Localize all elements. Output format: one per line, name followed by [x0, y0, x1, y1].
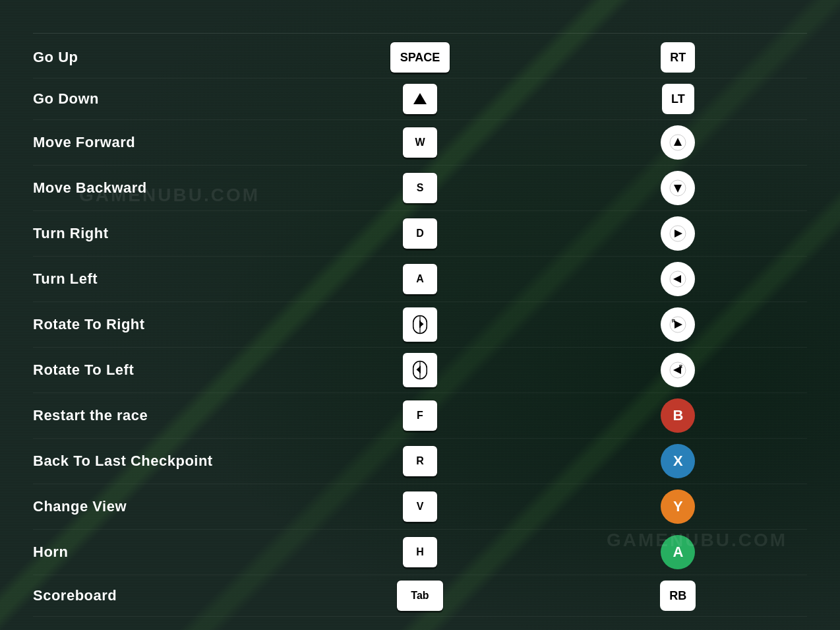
keyboard-cell [291, 353, 549, 387]
gamepad-btn [661, 262, 695, 296]
binding-row: Back To Last Checkpoint R X [33, 439, 807, 484]
action-label: Rotate To Right [33, 316, 291, 333]
gamepad-cell: RT [549, 42, 807, 73]
binding-row: Go Up SPACE RT [33, 37, 807, 79]
keyboard-cell: SPACE [291, 42, 549, 73]
action-label: Go Down [33, 90, 291, 108]
keyboard-key: A [403, 264, 437, 294]
mouse-icon [403, 307, 437, 342]
keyboard-cell: W [291, 127, 549, 158]
binding-row: Move Backward S [33, 166, 807, 211]
action-label: Rotate To Left [33, 362, 291, 379]
binding-row: Turn Right D [33, 211, 807, 257]
gamepad-btn: Y [661, 489, 695, 524]
gamepad-cell: R [549, 307, 807, 342]
gamepad-btn [661, 171, 695, 205]
svg-marker-19 [416, 366, 420, 372]
keyboard-cell: S [291, 173, 549, 203]
action-label: Go Up [33, 49, 291, 66]
binding-row: Horn H A [33, 530, 807, 575]
main-container: Go Up SPACE RT Go Down LT Move Forward W… [0, 0, 840, 630]
gamepad-cell [549, 216, 807, 251]
keyboard-key: D [403, 218, 437, 249]
gamepad-cell: R [549, 353, 807, 387]
keyboard-cell: V [291, 491, 549, 522]
gamepad-btn: RB [660, 581, 696, 611]
gamepad-btn: LT [662, 84, 694, 114]
gamepad-btn: B [661, 398, 695, 433]
keyboard-cell: H [291, 537, 549, 567]
action-label: Turn Left [33, 270, 291, 288]
action-label: Restart the race [33, 407, 291, 424]
gamepad-cell: X [549, 444, 807, 478]
gamepad-btn: R [661, 353, 695, 387]
keyboard-cell: R [291, 446, 549, 476]
gamepad-cell [549, 171, 807, 205]
svg-marker-12 [420, 321, 424, 327]
keyboard-cell: Tab [291, 581, 549, 611]
gamepad-btn: A [661, 535, 695, 569]
binding-row: Change View V Y [33, 484, 807, 530]
keyboard-cell [291, 307, 549, 342]
keyboard-cell: A [291, 264, 549, 294]
binding-row: Move Forward W [33, 120, 807, 166]
gamepad-btn: X [661, 444, 695, 478]
mouse-icon [403, 353, 437, 387]
action-label: Move Backward [33, 179, 291, 197]
keyboard-key: SPACE [390, 42, 450, 73]
action-label: Horn [33, 544, 291, 561]
gamepad-cell: A [549, 535, 807, 569]
keyboard-key: V [403, 491, 437, 522]
gamepad-cell: Y [549, 489, 807, 524]
gamepad-cell: RB [549, 581, 807, 611]
gamepad-cell [549, 125, 807, 160]
svg-marker-0 [413, 93, 427, 104]
binding-row: Rotate To Right R [33, 302, 807, 348]
gamepad-btn: RT [661, 42, 695, 73]
binding-row: Go Down LT [33, 79, 807, 120]
gamepad-cell: LT [549, 84, 807, 114]
column-headers [33, 20, 807, 34]
keyboard-cell: F [291, 400, 549, 431]
action-label: Move Forward [33, 134, 291, 151]
gamepad-cell [549, 262, 807, 296]
keyboard-key: F [403, 400, 437, 431]
binding-row: Scoreboard Tab RB [33, 575, 807, 617]
keyboard-key: H [403, 537, 437, 567]
binding-row: Turn Left A [33, 257, 807, 302]
keyboard-key: S [403, 173, 437, 203]
action-label: Change View [33, 498, 291, 515]
binding-row: Rotate To Left R [33, 348, 807, 393]
gamepad-btn [661, 216, 695, 251]
keyboard-cell [291, 84, 549, 114]
gamepad-btn [661, 125, 695, 160]
keyboard-key: Tab [397, 581, 443, 611]
keyboard-key: W [403, 127, 437, 158]
gamepad-btn: R [661, 307, 695, 342]
gamepad-cell: B [549, 398, 807, 433]
keyboard-key [403, 84, 437, 114]
action-label: Scoreboard [33, 587, 291, 604]
binding-row: Restart the race F B [33, 393, 807, 439]
keyboard-cell: D [291, 218, 549, 249]
action-label: Turn Right [33, 225, 291, 242]
bindings-list: Go Up SPACE RT Go Down LT Move Forward W… [33, 37, 807, 617]
action-label: Back To Last Checkpoint [33, 453, 291, 470]
keyboard-key: R [403, 446, 437, 476]
